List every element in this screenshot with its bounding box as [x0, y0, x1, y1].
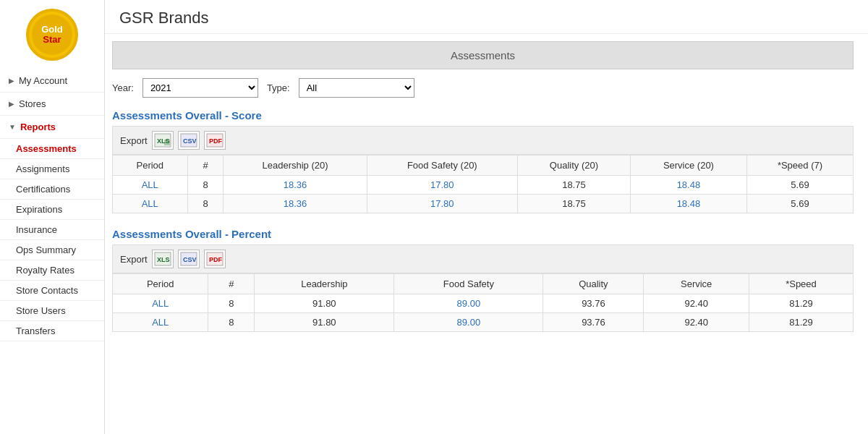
cell-num: 8	[208, 313, 255, 332]
cell-period: ALL	[113, 294, 208, 313]
sidebar-subitem-expirations[interactable]: Expirations	[0, 200, 104, 220]
percent-col-service: Service	[644, 274, 749, 294]
score-export-pdf[interactable]: PDF	[204, 131, 226, 150]
sidebar-subitem-store-contacts[interactable]: Store Contacts	[0, 281, 104, 301]
type-label: Type:	[267, 82, 290, 93]
table-row: ALL 8 18.36 17.80 18.75 18.48 5.69	[113, 176, 854, 195]
cell-period: ALL	[113, 176, 188, 195]
svg-text:PDF: PDF	[209, 137, 223, 145]
sidebar-subitem-label-expirations: Expirations	[16, 204, 62, 215]
score-table: Period # Leadership (20) Food Safety (20…	[112, 155, 854, 213]
arrow-icon-stores: ▶	[9, 100, 14, 108]
arrow-icon-reports: ▼	[9, 123, 16, 131]
sidebar-item-label-stores: Stores	[19, 98, 46, 109]
percent-col-speed: *Speed	[749, 274, 853, 294]
xls-icon: XLS	[154, 133, 171, 148]
cell-num: 8	[187, 176, 224, 195]
score-table-header-row: Period # Leadership (20) Food Safety (20…	[113, 156, 854, 176]
sidebar-subitem-insurance[interactable]: Insurance	[0, 220, 104, 240]
cell-leadership: 18.36	[224, 195, 367, 213]
sidebar-item-my-account[interactable]: ▶ My Account	[0, 69, 104, 93]
score-col-num: #	[187, 156, 224, 176]
sidebar-item-stores[interactable]: ▶ Stores	[0, 93, 104, 116]
score-col-leadership: Leadership (20)	[224, 156, 367, 176]
sidebar-subitem-label-store-users: Store Users	[16, 305, 66, 316]
percent-export-bar: Export XLS CSV PDF	[112, 244, 854, 273]
sidebar-subitem-label-certifications: Certifications	[16, 184, 70, 195]
cell-speed: 81.29	[749, 294, 853, 313]
cell-leadership: 18.36	[224, 176, 367, 195]
cell-food-safety: 89.00	[394, 294, 543, 313]
percent-col-num: #	[208, 274, 255, 294]
main-content: GSR Brands Assessments Year: 2021 2020 2…	[105, 0, 868, 434]
type-select[interactable]: All Type A Type B	[299, 78, 414, 98]
score-export-label: Export	[120, 135, 148, 146]
percent-export-xls[interactable]: XLS	[152, 250, 174, 268]
sidebar-subitem-certifications[interactable]: Certifications	[0, 179, 104, 200]
logo-text-gold: Gold	[41, 25, 63, 35]
sidebar-subitem-label-ops-summary: Ops Summary	[16, 244, 76, 255]
percent-col-leadership: Leadership	[255, 274, 394, 294]
csv-icon: CSV	[180, 133, 197, 148]
sidebar-subitem-ops-summary[interactable]: Ops Summary	[0, 240, 104, 260]
percent-export-csv[interactable]: CSV	[178, 250, 200, 268]
logo-text-star: Star	[43, 35, 61, 45]
cell-speed: 5.69	[746, 195, 853, 213]
percent-export-pdf[interactable]: PDF	[204, 250, 226, 268]
cell-period: ALL	[113, 195, 188, 213]
sidebar-subitem-transfers[interactable]: Transfers	[0, 321, 104, 341]
pdf-icon: PDF	[206, 133, 224, 148]
year-select[interactable]: 2021 2020 2019 2018	[142, 78, 258, 98]
sidebar-subitem-royalty-rates[interactable]: Royalty Rates	[0, 260, 104, 281]
sidebar: Gold Star ▶ My Account ▶ Stores ▼ Report…	[0, 0, 105, 434]
table-row: ALL 8 91.80 89.00 93.76 92.40 81.29	[113, 294, 854, 313]
percent-col-food-safety: Food Safety	[394, 274, 543, 294]
percent-section-title: Assessments Overall - Percent	[112, 228, 854, 240]
percent-table: Period # Leadership Food Safety Quality …	[112, 273, 854, 332]
percent-export-label: Export	[120, 254, 148, 265]
score-col-quality: Quality (20)	[517, 156, 630, 176]
svg-text:CSV: CSV	[183, 137, 197, 145]
table-row: ALL 8 18.36 17.80 18.75 18.48 5.69	[113, 195, 854, 213]
xls-icon-2: XLS	[154, 252, 171, 266]
cell-leadership: 91.80	[255, 294, 394, 313]
cell-quality: 93.76	[543, 313, 644, 332]
cell-food-safety: 17.80	[367, 195, 517, 213]
svg-text:XLS: XLS	[157, 256, 170, 263]
cell-quality: 18.75	[517, 195, 630, 213]
assessments-header-text: Assessments	[451, 49, 515, 61]
sidebar-item-label-reports: Reports	[20, 122, 56, 132]
sidebar-subitem-label-transfers: Transfers	[16, 326, 55, 336]
sidebar-subitem-label-insurance: Insurance	[16, 224, 57, 235]
pdf-icon-2: PDF	[206, 252, 224, 266]
cell-speed: 5.69	[746, 176, 853, 195]
logo-area: Gold Star	[0, 0, 104, 69]
score-section-title: Assessments Overall - Score	[112, 109, 854, 122]
svg-rect-2	[164, 140, 170, 145]
sidebar-subitem-label-royalty-rates: Royalty Rates	[16, 265, 75, 276]
cell-period: ALL	[113, 313, 208, 332]
cell-leadership: 91.80	[255, 313, 394, 332]
assessments-header-box: Assessments	[112, 41, 854, 69]
score-col-speed: *Speed (7)	[746, 156, 853, 176]
sidebar-subitem-store-users[interactable]: Store Users	[0, 301, 104, 321]
score-section: Assessments Overall - Score Export XLS C…	[112, 109, 854, 213]
cell-food-safety: 89.00	[394, 313, 543, 332]
svg-text:PDF: PDF	[209, 256, 223, 263]
sidebar-subitem-label-assessments: Assessments	[16, 143, 77, 154]
cell-food-safety: 17.80	[367, 176, 517, 195]
cell-service: 18.48	[630, 195, 746, 213]
sidebar-item-label-my-account: My Account	[19, 75, 67, 86]
sidebar-subitem-assignments[interactable]: Assignments	[0, 159, 104, 179]
percent-section: Assessments Overall - Percent Export XLS…	[112, 228, 854, 332]
table-row: ALL 8 91.80 89.00 93.76 92.40 81.29	[113, 313, 854, 332]
score-export-csv[interactable]: CSV	[178, 131, 200, 150]
score-export-xls[interactable]: XLS	[152, 131, 174, 150]
score-col-period: Period	[113, 156, 188, 176]
cell-service: 92.40	[644, 294, 749, 313]
score-col-service: Service (20)	[630, 156, 746, 176]
sidebar-subitem-assessments[interactable]: Assessments	[0, 139, 104, 159]
percent-table-header-row: Period # Leadership Food Safety Quality …	[113, 274, 854, 294]
percent-col-quality: Quality	[543, 274, 644, 294]
sidebar-item-reports[interactable]: ▼ Reports	[0, 116, 104, 139]
